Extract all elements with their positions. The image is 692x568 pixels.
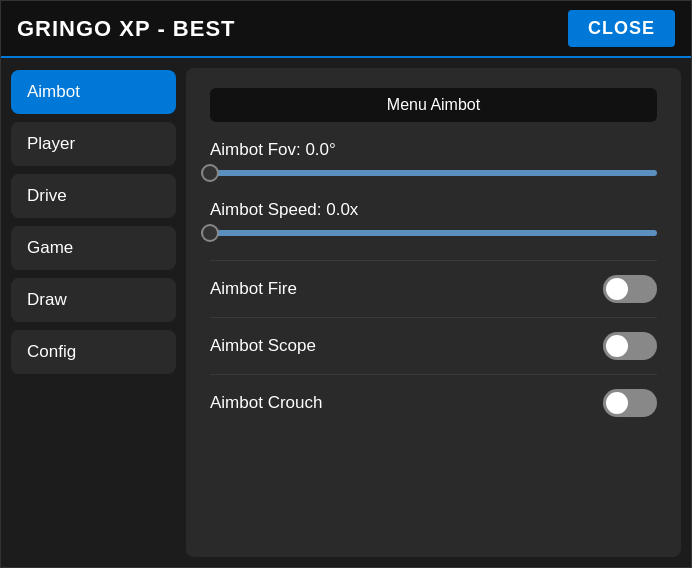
body: Aimbot Player Drive Game Draw Config Men… <box>1 58 691 567</box>
sidebar-item-player[interactable]: Player <box>11 122 176 166</box>
app-container: GRINGO XP - BEST CLOSE Aimbot Player Dri… <box>0 0 692 568</box>
sidebar-item-draw[interactable]: Draw <box>11 278 176 322</box>
fire-toggle-label: Aimbot Fire <box>210 279 297 299</box>
fov-slider-container: Aimbot Fov: 0.0° <box>210 140 657 180</box>
scope-toggle-knob <box>606 335 628 357</box>
scope-toggle-label: Aimbot Scope <box>210 336 316 356</box>
speed-label: Aimbot Speed: 0.0x <box>210 200 657 220</box>
fire-toggle-switch[interactable] <box>603 275 657 303</box>
sidebar-item-game[interactable]: Game <box>11 226 176 270</box>
sidebar-item-config[interactable]: Config <box>11 330 176 374</box>
close-button[interactable]: CLOSE <box>568 10 675 47</box>
sidebar-item-aimbot[interactable]: Aimbot <box>11 70 176 114</box>
fov-label: Aimbot Fov: 0.0° <box>210 140 657 160</box>
fire-toggle-row: Aimbot Fire <box>210 260 657 317</box>
crouch-toggle-switch[interactable] <box>603 389 657 417</box>
fov-slider-thumb[interactable] <box>201 164 219 182</box>
speed-slider-thumb[interactable] <box>201 224 219 242</box>
fire-toggle-knob <box>606 278 628 300</box>
fov-slider-track[interactable] <box>210 170 657 176</box>
header-title: GRINGO XP - BEST <box>17 16 568 42</box>
scope-toggle-row: Aimbot Scope <box>210 317 657 374</box>
sidebar-item-drive[interactable]: Drive <box>11 174 176 218</box>
header: GRINGO XP - BEST CLOSE <box>1 1 691 58</box>
speed-slider-container: Aimbot Speed: 0.0x <box>210 200 657 240</box>
crouch-toggle-knob <box>606 392 628 414</box>
section-title: Menu Aimbot <box>210 88 657 122</box>
crouch-toggle-label: Aimbot Crouch <box>210 393 322 413</box>
scope-toggle-switch[interactable] <box>603 332 657 360</box>
sidebar: Aimbot Player Drive Game Draw Config <box>1 58 186 567</box>
main-content: Menu Aimbot Aimbot Fov: 0.0° Aimbot Spee… <box>186 68 681 557</box>
crouch-toggle-row: Aimbot Crouch <box>210 374 657 431</box>
speed-slider-track[interactable] <box>210 230 657 236</box>
